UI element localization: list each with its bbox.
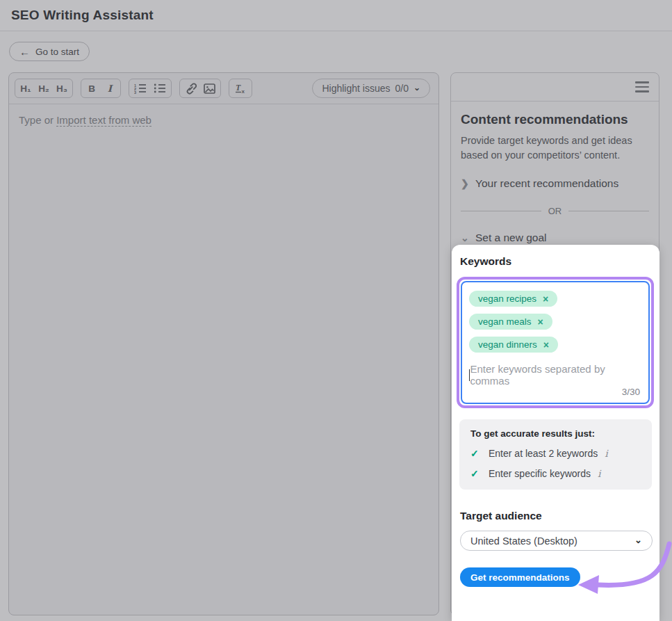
heading3-button[interactable]: H₃ xyxy=(53,80,71,97)
remove-keyword-icon[interactable]: × xyxy=(543,294,548,304)
ordered-list-icon: 123 xyxy=(134,83,147,94)
highlight-issues-count: 0/0 xyxy=(395,83,408,94)
info-icon[interactable]: i xyxy=(598,468,600,479)
editor-toolbar: H₁ H₂ H₃ B I 123 Tx xyxy=(9,73,439,104)
editor-panel: H₁ H₂ H₃ B I 123 Tx xyxy=(8,72,439,615)
or-label: OR xyxy=(548,206,562,216)
format-group: B I xyxy=(81,79,121,98)
highlight-issues-label: Highlight issues xyxy=(322,83,390,94)
go-to-start-button[interactable]: ← Go to start xyxy=(9,42,90,61)
chevron-down-icon: ⌄ xyxy=(634,535,642,545)
svg-text:T: T xyxy=(236,83,241,92)
keyword-tag: vegan dinners× xyxy=(469,337,558,353)
editor-content-area[interactable]: Type or Import text from web xyxy=(9,104,439,136)
keywords-counter: 3/30 xyxy=(469,387,641,397)
panel-title: Content recommendations xyxy=(461,112,649,127)
or-divider: OR xyxy=(461,206,649,216)
insert-group xyxy=(179,79,221,98)
keyword-tag-label: vegan dinners xyxy=(478,339,537,350)
panel-description: Provide target keywords and get ideas ba… xyxy=(461,134,649,162)
svg-text:x: x xyxy=(242,88,245,95)
remove-keyword-icon[interactable]: × xyxy=(543,340,549,350)
editor-placeholder: Type or xyxy=(19,114,56,126)
recent-recommendations-label: Your recent recommendations xyxy=(475,177,618,190)
keyword-tags: vegan recipes×vegan meals×vegan dinners× xyxy=(469,291,641,360)
highlight-issues-dropdown[interactable]: Highlight issues 0/0 ⌄ xyxy=(312,79,430,98)
keyword-tag: vegan meals× xyxy=(469,314,552,330)
target-audience-value: United States (Desktop) xyxy=(470,535,577,547)
tips-title: To get accurate results just: xyxy=(470,428,641,439)
target-audience-heading: Target audience xyxy=(460,510,651,522)
chevron-down-icon: ⌄ xyxy=(461,232,469,243)
recent-recommendations-toggle[interactable]: ❯ Your recent recommendations xyxy=(461,177,649,190)
keywords-placeholder: Enter keywords separated by commas xyxy=(470,363,641,387)
menu-icon[interactable] xyxy=(635,81,649,92)
chevron-down-icon: ⌄ xyxy=(413,83,420,92)
go-to-start-label: Go to start xyxy=(35,47,79,57)
keyword-tag-label: vegan recipes xyxy=(478,293,536,304)
bullet-list-icon xyxy=(154,83,166,94)
keyword-tag: vegan recipes× xyxy=(469,291,557,307)
check-icon: ✓ xyxy=(470,468,489,479)
bullet-list-button[interactable] xyxy=(150,80,170,97)
ordered-list-button[interactable]: 123 xyxy=(131,80,150,97)
info-icon[interactable]: i xyxy=(605,448,607,459)
get-recommendations-button[interactable]: Get recommendations xyxy=(460,567,580,587)
tip-text: Enter specific keywords xyxy=(489,468,591,479)
tips-box: To get accurate results just: ✓ Enter at… xyxy=(459,419,652,490)
target-audience-select[interactable]: United States (Desktop) ⌄ xyxy=(460,531,653,551)
insert-image-button[interactable] xyxy=(200,80,219,97)
keywords-heading: Keywords xyxy=(460,255,651,268)
panel-body: Content recommendations Provide target k… xyxy=(451,102,659,253)
clear-format-group: Tx xyxy=(229,79,252,98)
tip-row: ✓ Enter at least 2 keywords i xyxy=(470,448,641,459)
remove-keyword-icon[interactable]: × xyxy=(538,317,543,327)
insert-link-button[interactable] xyxy=(181,80,200,97)
panel-header xyxy=(451,73,659,102)
app-header: SEO Writing Assistant xyxy=(0,0,672,31)
svg-text:3: 3 xyxy=(134,90,136,95)
page-title: SEO Writing Assistant xyxy=(11,8,154,23)
new-goal-card: Keywords vegan recipes×vegan meals×vegan… xyxy=(452,245,659,621)
set-new-goal-toggle[interactable]: ⌄ Set a new goal xyxy=(461,232,649,244)
back-arrow-icon: ← xyxy=(19,46,30,58)
set-new-goal-label: Set a new goal xyxy=(475,232,547,244)
import-text-link[interactable]: Import text from web xyxy=(56,114,151,127)
keywords-placeholder-row: Enter keywords separated by commas xyxy=(469,363,641,387)
list-group: 123 xyxy=(129,79,172,98)
keywords-highlight-annotation: vegan recipes×vegan meals×vegan dinners×… xyxy=(457,277,654,408)
keywords-input[interactable]: vegan recipes×vegan meals×vegan dinners×… xyxy=(461,281,650,404)
check-icon: ✓ xyxy=(470,448,489,459)
chevron-right-icon: ❯ xyxy=(461,178,469,189)
bold-button[interactable]: B xyxy=(83,80,101,97)
clear-formatting-button[interactable]: Tx xyxy=(231,80,250,97)
heading1-button[interactable]: H₁ xyxy=(17,80,35,97)
image-icon xyxy=(204,83,215,94)
italic-button[interactable]: I xyxy=(101,80,119,97)
clear-formatting-icon: Tx xyxy=(234,83,247,94)
link-icon xyxy=(185,83,197,95)
keyword-tag-label: vegan meals xyxy=(478,316,532,327)
tip-row: ✓ Enter specific keywords i xyxy=(470,468,641,479)
heading-group: H₁ H₂ H₃ xyxy=(15,79,73,98)
tip-text: Enter at least 2 keywords xyxy=(489,448,598,459)
heading2-button[interactable]: H₂ xyxy=(35,80,53,97)
